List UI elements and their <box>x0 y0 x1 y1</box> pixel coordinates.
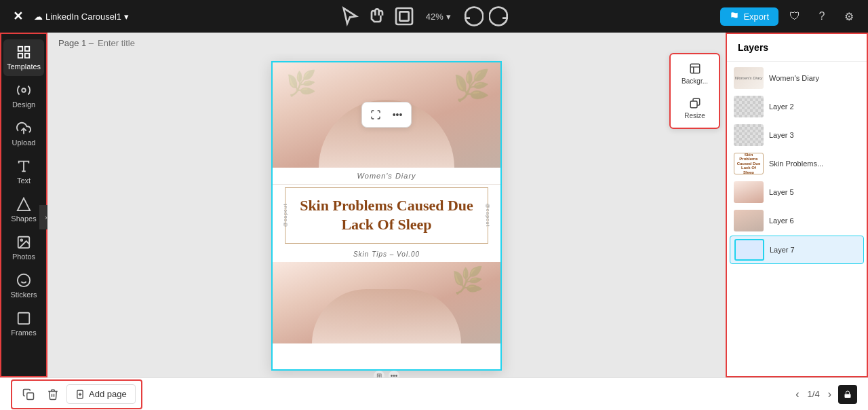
sidebar-item-templates[interactable]: Templates <box>3 39 44 76</box>
page-menu-btn[interactable]: ⊞ <box>374 371 384 378</box>
layer-item[interactable]: Layer 5 <box>730 179 864 206</box>
layer-item[interactable]: Skin Problems Caused Due Lack Of Sleep S… <box>730 150 864 177</box>
svg-rect-4 <box>18 54 22 58</box>
side-text-left: @capcut <box>283 204 288 227</box>
svg-rect-20 <box>27 392 34 399</box>
svg-marker-10 <box>18 198 30 210</box>
project-selector[interactable]: ☁ LinkedIn Carousel1 ▾ <box>34 12 129 22</box>
layer-item[interactable]: Layer 2 <box>730 93 864 120</box>
svg-rect-2 <box>18 47 22 51</box>
canvas-float-toolbar: ••• <box>361 102 412 128</box>
sidebar-item-stickers[interactable]: Stickers <box>3 267 44 304</box>
prev-page-btn[interactable]: ‹ <box>793 386 802 403</box>
undo-button[interactable] <box>462 5 484 27</box>
layer-label: Layer 2 <box>769 102 860 111</box>
zoom-value: 42% <box>426 12 443 22</box>
help-button[interactable]: ? <box>811 5 833 27</box>
hand-tool[interactable] <box>366 5 388 27</box>
text-label: Text <box>17 176 31 185</box>
svg-rect-5 <box>25 54 29 58</box>
sidebar-item-design[interactable]: Design <box>3 77 44 114</box>
shield-button[interactable]: 🛡 <box>784 5 806 27</box>
right-panel-layers: Layers Women's Diary Women's Diary Layer… <box>726 33 868 377</box>
layer-label: Layer 5 <box>769 188 860 196</box>
chevron-down-icon: ▾ <box>124 12 129 22</box>
svg-rect-3 <box>25 47 29 51</box>
topbar: ✕ ☁ LinkedIn Carousel1 ▾ 42% ▾ Export � <box>0 0 868 33</box>
page-options-btn[interactable]: ••• <box>389 371 399 378</box>
sidebar-item-text[interactable]: Text <box>3 153 44 190</box>
app-logo: ✕ <box>8 7 27 26</box>
svg-point-12 <box>20 239 22 241</box>
zoom-control[interactable]: 42% ▾ <box>420 9 456 24</box>
left-sidebar: Templates Design Upload Text Shapes Phot… <box>0 33 47 377</box>
design-label: Design <box>12 100 35 109</box>
layer-label: Women's Diary <box>769 74 860 82</box>
templates-label: Templates <box>7 62 41 71</box>
frame-tool[interactable] <box>393 5 415 27</box>
background-button[interactable]: Backgr... <box>673 57 716 90</box>
page-title: Page 1 – <box>58 38 165 48</box>
layer-item[interactable]: Layer 7 <box>730 236 864 264</box>
fit-screen-btn[interactable] <box>366 105 385 124</box>
floating-panel: Backgr... Resize <box>669 53 720 129</box>
layer-item[interactable]: Layer 6 <box>730 207 864 234</box>
svg-rect-19 <box>690 101 697 108</box>
layer-thumbnail <box>734 124 764 146</box>
svg-rect-0 <box>396 8 412 24</box>
svg-rect-18 <box>690 64 700 73</box>
layer-thumbnail <box>734 210 764 231</box>
upload-label: Upload <box>12 138 36 147</box>
layer-thumbnail: Skin Problems Caused Due Lack Of Sleep <box>734 153 764 174</box>
canvas-main-title: Skin Problems Caused Due Lack Of Sleep <box>296 196 477 235</box>
svg-rect-1 <box>399 12 408 20</box>
delete-page-btn[interactable] <box>42 384 64 405</box>
page-title-input[interactable] <box>98 38 165 48</box>
layers-list[interactable]: Women's Diary Women's Diary Layer 2 Laye… <box>727 62 867 376</box>
layer-label: Layer 3 <box>769 131 860 139</box>
settings-button[interactable]: ⚙ <box>838 5 860 27</box>
sidebar-item-shapes[interactable]: Shapes <box>3 191 44 228</box>
project-name: LinkedIn Carousel1 <box>45 12 121 22</box>
canvas-wrapper[interactable]: ••• 🌿 🌿 <box>47 54 726 377</box>
zoom-chevron: ▾ <box>446 12 451 22</box>
canvas-area: Page 1 – ••• <box>47 33 726 377</box>
topbar-tools: 42% ▾ <box>136 5 713 27</box>
layer-item[interactable]: Women's Diary Women's Diary <box>730 64 864 92</box>
more-options-btn[interactable]: ••• <box>388 105 407 124</box>
export-button[interactable]: Export <box>720 7 778 26</box>
page-label: Page 1 – <box>58 38 94 48</box>
duplicate-page-btn[interactable] <box>18 384 39 405</box>
layers-panel-header: Layers <box>727 34 867 62</box>
layer-label: Layer 7 <box>770 246 859 254</box>
page-indicator: 1/4 <box>808 389 820 399</box>
layer-label: Skin Problems... <box>769 160 860 168</box>
sidebar-item-upload[interactable]: Upload <box>3 115 44 152</box>
sidebar-item-photos[interactable]: Photos <box>3 229 44 266</box>
layer-thumbnail <box>734 96 764 117</box>
photos-label: Photos <box>12 253 35 261</box>
background-label: Backgr... <box>682 77 708 85</box>
svg-rect-16 <box>18 313 30 324</box>
layers-title: Layers <box>738 42 768 53</box>
main-area: Templates Design Upload Text Shapes Phot… <box>0 33 868 377</box>
canvas-title-wrapper[interactable]: @capcut Skin Problems Caused Due Lack Of… <box>273 185 500 246</box>
resize-button[interactable]: Resize <box>673 92 716 125</box>
canvas-title-section: @capcut Skin Problems Caused Due Lack Of… <box>285 187 488 244</box>
next-page-btn[interactable]: › <box>825 386 834 403</box>
lock-button[interactable] <box>838 385 857 404</box>
layer-item[interactable]: Layer 3 <box>730 122 864 149</box>
redo-button[interactable] <box>489 5 511 27</box>
topbar-right-actions: Export 🛡 ? ⚙ <box>720 5 860 27</box>
resize-label: Resize <box>684 112 705 119</box>
canvas-brand-name: Women's Diary <box>273 168 500 185</box>
sidebar-item-frames[interactable]: Frames <box>3 305 44 342</box>
export-label: Export <box>743 12 769 22</box>
add-page-button[interactable]: Add page <box>66 384 136 404</box>
add-page-label: Add page <box>89 389 127 399</box>
stickers-label: Stickers <box>10 291 37 299</box>
svg-point-6 <box>22 88 26 92</box>
select-tool[interactable] <box>339 5 361 27</box>
canvas-bottom-image: 🌿 <box>273 262 500 343</box>
layer-thumbnail <box>734 239 764 261</box>
